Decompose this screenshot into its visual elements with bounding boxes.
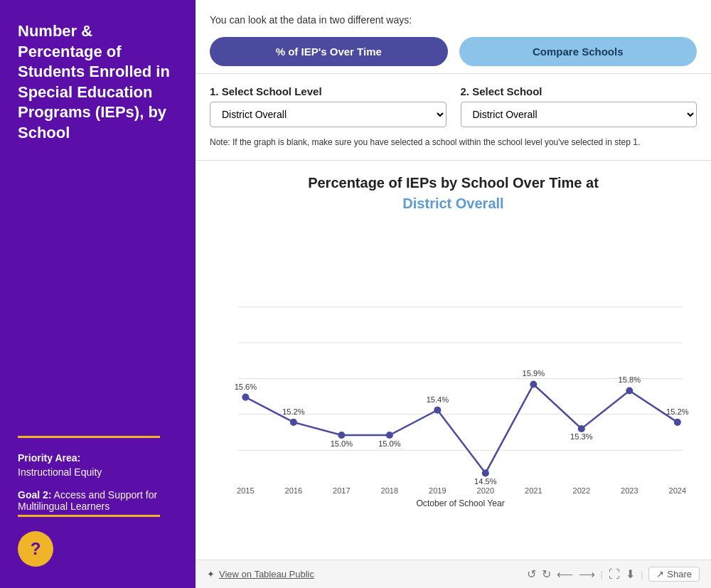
label-2022: 15.3% (570, 432, 593, 441)
label-2020: 14.5% (474, 477, 497, 486)
year-2018: 2018 (381, 486, 399, 495)
button-row: % of IEP's Over Time Compare Schools (210, 37, 697, 66)
download-button[interactable]: ⬇ (626, 567, 635, 581)
selectors-section: 1. Select School Level District Overall … (196, 74, 711, 161)
back-button[interactable]: ⟵ (557, 567, 573, 581)
dot-2017 (338, 432, 345, 439)
dot-2019 (434, 407, 441, 414)
chart-svg: 15.6% 15.2% 15.0% 15.0% 15.4% 14.5% 15.9… (210, 226, 697, 545)
goal-label: Goal 2: Access and Support for Multiling… (18, 489, 178, 512)
label-2015: 15.6% (235, 383, 257, 391)
priority-area-label: Priority Area: (18, 452, 178, 464)
x-axis-label: October of School Year (416, 498, 504, 508)
school-level-label: 1. Select School Level (210, 85, 447, 97)
chart-section: Percentage of IEPs by School Over Time a… (196, 161, 711, 560)
share-button[interactable]: ↗ Share (648, 567, 700, 582)
school-level-group: 1. Select School Level District Overall (210, 85, 447, 127)
year-2016: 2016 (285, 486, 303, 495)
sidebar-bottom-divider (18, 515, 160, 517)
dot-2024 (674, 419, 681, 426)
year-2021: 2021 (525, 486, 542, 495)
dot-2018 (386, 432, 393, 439)
year-2017: 2017 (333, 486, 351, 495)
priority-area-value: Instructional Equity (18, 466, 178, 478)
school-dropdown[interactable]: District Overall (461, 102, 697, 127)
help-button[interactable]: ? (18, 531, 53, 567)
dot-2021 (530, 380, 537, 387)
year-2020: 2020 (477, 486, 495, 495)
chart-title: Percentage of IEPs by School Over Time a… (308, 175, 599, 191)
school-level-dropdown[interactable]: District Overall (210, 102, 447, 127)
year-2015: 2015 (237, 486, 255, 495)
dot-2023 (626, 387, 633, 395)
iep-over-time-button[interactable]: % of IEP's Over Time (210, 37, 448, 66)
divider: | (601, 569, 603, 579)
school-label: 2. Select School (461, 85, 697, 97)
school-group: 2. Select School District Overall (461, 85, 697, 127)
sidebar-top-divider (18, 436, 160, 438)
chart-container: 15.6% 15.2% 15.0% 15.0% 15.4% 14.5% 15.9… (210, 226, 697, 545)
tableau-icon: ✦ (207, 569, 215, 579)
label-2021: 15.9% (523, 369, 545, 378)
note-text: Note: If the graph is blank, make sure y… (210, 136, 697, 149)
selectors-row: 1. Select School Level District Overall … (210, 85, 697, 127)
year-2024: 2024 (668, 486, 686, 495)
chart-subtitle: District Overall (402, 196, 503, 212)
compare-schools-button[interactable]: Compare Schools (459, 37, 697, 66)
share-icon: ↗ (656, 569, 664, 579)
label-2024: 15.2% (666, 407, 689, 416)
fullscreen-button[interactable]: ⛶ (609, 568, 620, 581)
sidebar-title: Number & Percentage of Students Enrolled… (18, 21, 178, 144)
instructions-text: You can look at the data in two differen… (210, 14, 697, 26)
year-2019: 2019 (429, 486, 447, 495)
sidebar: Number & Percentage of Students Enrolled… (0, 0, 196, 588)
redo-button[interactable]: ↻ (542, 567, 551, 581)
divider2: | (641, 569, 643, 579)
dot-2015 (242, 394, 249, 401)
label-2016: 15.2% (282, 407, 305, 416)
label-2018: 15.0% (378, 439, 401, 448)
year-2022: 2022 (572, 486, 590, 495)
label-2017: 15.0% (331, 439, 353, 448)
right-panel: You can look at the data in two differen… (196, 0, 711, 588)
undo-button[interactable]: ↺ (527, 567, 536, 581)
label-2019: 15.4% (427, 395, 449, 404)
toolbar-right: ↺ ↻ ⟵ ⟶ | ⛶ ⬇ | ↗ Share (527, 567, 700, 582)
dot-2022 (578, 425, 585, 432)
dot-2016 (290, 419, 297, 426)
label-2023: 15.8% (619, 375, 641, 384)
dot-2020 (482, 469, 489, 476)
tableau-label[interactable]: View on Tableau Public (219, 569, 314, 579)
toolbar-left: ✦ View on Tableau Public (207, 569, 518, 579)
top-section: You can look at the data in two differen… (196, 0, 711, 74)
forward-button[interactable]: ⟶ (579, 567, 595, 581)
bottom-toolbar: ✦ View on Tableau Public ↺ ↻ ⟵ ⟶ | ⛶ ⬇ |… (196, 560, 711, 588)
year-2023: 2023 (621, 486, 638, 495)
